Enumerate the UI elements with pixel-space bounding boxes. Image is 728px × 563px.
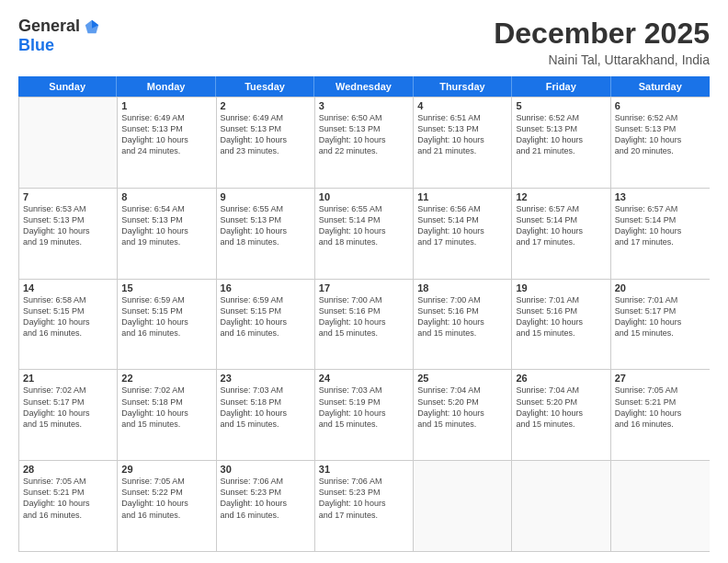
cell-line: Daylight: 10 hours (221, 134, 311, 145)
cell-line: and 16 minutes. (23, 510, 113, 521)
cell-line: Sunrise: 6:59 AM (121, 294, 211, 305)
cell-line: Daylight: 10 hours (417, 316, 507, 327)
calendar-row: 14Sunrise: 6:58 AMSunset: 5:15 PMDayligh… (19, 279, 710, 370)
cell-line: Sunset: 5:20 PM (417, 396, 507, 408)
cell-line: Sunrise: 7:02 AM (121, 385, 211, 396)
cell-line: Sunset: 5:16 PM (516, 305, 606, 316)
day-number: 31 (319, 464, 409, 475)
calendar-header-cell: Sunday (18, 76, 117, 97)
calendar-cell: 23Sunrise: 7:03 AMSunset: 5:18 PMDayligh… (217, 370, 315, 460)
cell-line: Daylight: 10 hours (319, 316, 409, 327)
cell-line: Sunset: 5:17 PM (615, 305, 706, 316)
cell-line: Sunrise: 6:53 AM (23, 203, 113, 214)
calendar-cell: 26Sunrise: 7:04 AMSunset: 5:20 PMDayligh… (512, 370, 610, 460)
cell-line: Sunset: 5:18 PM (221, 396, 311, 408)
cell-line: Sunset: 5:15 PM (121, 305, 211, 316)
cell-line: Daylight: 10 hours (417, 134, 507, 145)
cell-line: Daylight: 10 hours (121, 408, 211, 419)
cell-line: and 15 minutes. (319, 327, 409, 339)
cell-line: Sunset: 5:13 PM (121, 123, 211, 134)
cell-line: and 16 minutes. (221, 327, 311, 339)
calendar-cell (611, 461, 710, 551)
cell-line: Sunrise: 7:00 AM (319, 294, 409, 305)
calendar: SundayMondayTuesdayWednesdayThursdayFrid… (18, 76, 710, 552)
cell-line: Daylight: 10 hours (319, 225, 409, 236)
calendar-cell: 13Sunrise: 6:57 AMSunset: 5:14 PMDayligh… (611, 189, 710, 279)
calendar-header: SundayMondayTuesdayWednesdayThursdayFrid… (18, 76, 710, 97)
calendar-cell: 12Sunrise: 6:57 AMSunset: 5:14 PMDayligh… (512, 189, 610, 279)
calendar-cell: 2Sunrise: 6:49 AMSunset: 5:13 PMDaylight… (217, 98, 315, 188)
calendar-cell: 27Sunrise: 7:05 AMSunset: 5:21 PMDayligh… (611, 370, 710, 460)
day-number: 9 (221, 191, 311, 202)
cell-line: Sunrise: 6:57 AM (516, 203, 606, 214)
cell-line: Sunrise: 6:54 AM (121, 203, 211, 214)
cell-line: Daylight: 10 hours (615, 134, 706, 145)
calendar-cell: 31Sunrise: 7:06 AMSunset: 5:23 PMDayligh… (315, 461, 414, 551)
cell-line: Daylight: 10 hours (319, 134, 409, 145)
cell-line: Sunrise: 7:01 AM (615, 294, 706, 305)
day-number: 5 (516, 100, 606, 111)
cell-line: Daylight: 10 hours (221, 408, 311, 419)
cell-line: Sunset: 5:13 PM (615, 123, 706, 134)
day-number: 12 (516, 191, 606, 202)
cell-line: Sunset: 5:23 PM (221, 487, 311, 498)
calendar-cell: 9Sunrise: 6:55 AMSunset: 5:13 PMDaylight… (217, 189, 315, 279)
cell-line: and 15 minutes. (417, 327, 507, 339)
calendar-cell: 19Sunrise: 7:01 AMSunset: 5:16 PMDayligh… (512, 280, 610, 370)
cell-line: Sunrise: 7:01 AM (516, 294, 606, 305)
cell-line: Sunrise: 7:04 AM (417, 385, 507, 396)
calendar-cell: 24Sunrise: 7:03 AMSunset: 5:19 PMDayligh… (315, 370, 414, 460)
cell-line: Daylight: 10 hours (615, 408, 706, 419)
cell-line: and 17 minutes. (417, 236, 507, 247)
cell-line: Daylight: 10 hours (516, 408, 606, 419)
cell-line: and 15 minutes. (319, 419, 409, 430)
day-number: 15 (121, 282, 211, 293)
cell-line: Sunset: 5:22 PM (121, 487, 211, 498)
cell-line: Sunrise: 7:03 AM (319, 385, 409, 396)
cell-line: and 15 minutes. (417, 419, 507, 430)
logo-general-text: General (18, 17, 80, 36)
cell-line: and 20 minutes. (615, 145, 706, 156)
cell-line: Sunrise: 6:56 AM (417, 203, 507, 214)
cell-line: Sunset: 5:16 PM (319, 305, 409, 316)
cell-line: Sunrise: 6:57 AM (615, 203, 706, 214)
cell-line: Sunrise: 7:05 AM (121, 476, 211, 487)
calendar-row: 28Sunrise: 7:05 AMSunset: 5:21 PMDayligh… (19, 460, 710, 551)
month-title: December 2025 (494, 17, 710, 51)
cell-line: Sunrise: 6:58 AM (23, 294, 113, 305)
calendar-cell: 28Sunrise: 7:05 AMSunset: 5:21 PMDayligh… (19, 461, 118, 551)
cell-line: Daylight: 10 hours (417, 408, 507, 419)
calendar-header-cell: Monday (117, 76, 215, 97)
cell-line: Daylight: 10 hours (23, 316, 113, 327)
cell-line: Daylight: 10 hours (23, 498, 113, 509)
cell-line: and 19 minutes. (23, 236, 113, 247)
day-number: 6 (615, 100, 706, 111)
day-number: 18 (417, 282, 507, 293)
calendar-header-cell: Saturday (611, 76, 710, 97)
cell-line: and 15 minutes. (615, 327, 706, 339)
cell-line: and 15 minutes. (516, 327, 606, 339)
calendar-cell: 11Sunrise: 6:56 AMSunset: 5:14 PMDayligh… (414, 189, 512, 279)
cell-line: and 21 minutes. (417, 145, 507, 156)
calendar-cell: 29Sunrise: 7:05 AMSunset: 5:22 PMDayligh… (118, 461, 216, 551)
cell-line: Sunrise: 6:52 AM (516, 112, 606, 123)
cell-line: and 17 minutes. (516, 236, 606, 247)
location: Naini Tal, Uttarakhand, India (494, 52, 710, 67)
calendar-header-cell: Tuesday (216, 76, 314, 97)
day-number: 22 (121, 373, 211, 384)
cell-line: Sunrise: 7:06 AM (221, 476, 311, 487)
cell-line: Daylight: 10 hours (121, 498, 211, 509)
calendar-cell: 14Sunrise: 6:58 AMSunset: 5:15 PMDayligh… (19, 280, 118, 370)
calendar-header-cell: Thursday (414, 76, 512, 97)
cell-line: Sunset: 5:19 PM (319, 396, 409, 408)
calendar-row: 21Sunrise: 7:02 AMSunset: 5:17 PMDayligh… (19, 369, 710, 460)
cell-line: Sunset: 5:13 PM (121, 214, 211, 225)
cell-line: Sunrise: 6:49 AM (121, 112, 211, 123)
cell-line: Sunset: 5:23 PM (319, 487, 409, 498)
cell-line: Daylight: 10 hours (221, 225, 311, 236)
day-number: 11 (417, 191, 507, 202)
cell-line: Sunset: 5:14 PM (615, 214, 706, 225)
calendar-cell: 22Sunrise: 7:02 AMSunset: 5:18 PMDayligh… (118, 370, 216, 460)
logo: General Blue (18, 17, 100, 55)
cell-line: Sunset: 5:20 PM (516, 396, 606, 408)
